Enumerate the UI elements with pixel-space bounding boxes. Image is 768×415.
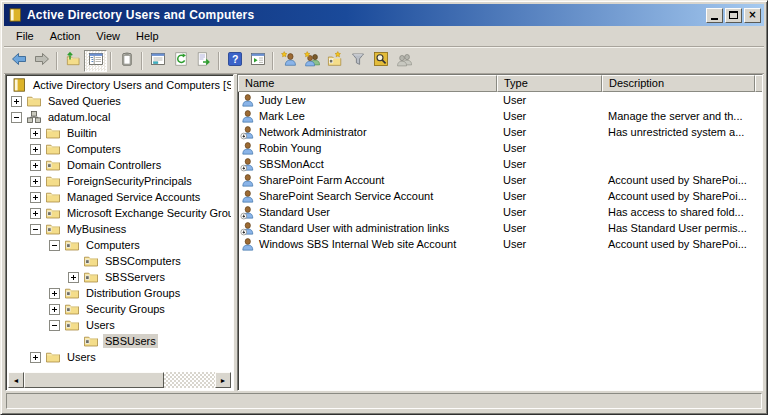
forward-button[interactable] [30, 50, 53, 72]
tree-item-managed-service-accounts[interactable]: Managed Service Accounts [8, 189, 231, 205]
user-row-mark-lee[interactable]: Mark LeeUserManage the server and th... [238, 108, 762, 124]
user-row-standard-user[interactable]: Standard UserUserHas access to shared fo… [238, 204, 762, 220]
tree-item-microsoft-exchange-security-groups[interactable]: Microsoft Exchange Security Groups [8, 205, 231, 221]
tree-item-users[interactable]: Users [8, 317, 231, 333]
user-row-network-administrator[interactable]: Network AdministratorUserHas unrestricte… [238, 124, 762, 140]
tree-item-saved-queries[interactable]: Saved Queries [8, 93, 231, 109]
tree-item-foreignsecurityprincipals[interactable]: ForeignSecurityPrincipals [8, 173, 231, 189]
tree-item-users[interactable]: Users [8, 349, 231, 365]
tree-item-label[interactable]: SBSComputers [103, 254, 183, 268]
tree-item-label[interactable]: Computers [65, 142, 123, 156]
tree-item-distribution-groups[interactable]: Distribution Groups [8, 285, 231, 301]
expand-toggle-icon[interactable] [30, 192, 41, 203]
expand-toggle-icon[interactable] [68, 272, 79, 283]
user-row-judy-lew[interactable]: Judy LewUser [238, 92, 762, 108]
collapse-toggle-icon[interactable] [49, 240, 60, 251]
scrollbar-thumb[interactable] [24, 372, 164, 388]
collapse-toggle-icon[interactable] [49, 320, 60, 331]
expand-toggle-icon[interactable] [30, 176, 41, 187]
expand-toggle-icon[interactable] [30, 128, 41, 139]
add-to-group-button[interactable] [392, 50, 415, 72]
tree-item-active-directory-users-and-computers-sbs[interactable]: Active Directory Users and Computers [SB… [8, 77, 231, 93]
tree-item-sbscomputers[interactable]: SBSComputers [8, 253, 231, 269]
up-one-level-button[interactable] [61, 50, 84, 72]
expand-toggle-icon[interactable] [30, 352, 41, 363]
tree-item-label[interactable]: Users [65, 350, 98, 364]
tree-item-sbsusers[interactable]: SBSUsers [8, 333, 231, 349]
properties-window-button[interactable] [146, 50, 169, 72]
tree-item-label[interactable]: ForeignSecurityPrincipals [65, 174, 194, 188]
tree-item-label[interactable]: Security Groups [84, 302, 167, 316]
user-row-sharepoint-farm-account[interactable]: SharePoint Farm AccountUserAccount used … [238, 172, 762, 188]
action-pane-toggle-button[interactable] [246, 50, 269, 72]
expand-toggle-icon[interactable] [49, 288, 60, 299]
scrollbar-track[interactable] [164, 372, 215, 388]
tree-item-label[interactable]: Active Directory Users and Computers [SB… [31, 78, 231, 92]
tree-item-computers[interactable]: Computers [8, 237, 231, 253]
menu-file[interactable]: File [8, 27, 42, 45]
collapse-toggle-icon[interactable] [11, 112, 22, 123]
tree-item-label[interactable]: Managed Service Accounts [65, 190, 202, 204]
tree-item-label[interactable]: SBSServers [103, 270, 167, 284]
close-button[interactable]: × [744, 8, 761, 23]
user-row-standard-user-with-administration-links[interactable]: Standard User with administration linksU… [238, 220, 762, 236]
clipboard-button[interactable] [115, 50, 138, 72]
refresh-button[interactable] [169, 50, 192, 72]
toolbar-separator [218, 52, 220, 70]
tree-item-mybusiness[interactable]: MyBusiness [8, 221, 231, 237]
scroll-right-arrow-icon[interactable]: ► [215, 372, 231, 388]
maximize-button[interactable] [725, 8, 742, 23]
clipboard-icon [119, 51, 135, 70]
tree-item-builtin[interactable]: Builtin [8, 125, 231, 141]
find-button[interactable] [369, 50, 392, 72]
find-icon [373, 51, 389, 70]
menu-action[interactable]: Action [42, 27, 89, 45]
new-user-button[interactable] [277, 50, 300, 72]
tree-item-label[interactable]: Users [84, 318, 117, 332]
scroll-left-arrow-icon[interactable]: ◄ [8, 372, 24, 388]
expand-toggle-icon[interactable] [30, 160, 41, 171]
user-disabled-icon [240, 157, 255, 172]
column-header-name[interactable]: Name [238, 75, 497, 92]
user-row-sharepoint-search-service-account[interactable]: SharePoint Search Service AccountUserAcc… [238, 188, 762, 204]
tree-item-security-groups[interactable]: Security Groups [8, 301, 231, 317]
expand-toggle-icon[interactable] [30, 144, 41, 155]
new-ou-button[interactable] [323, 50, 346, 72]
tree-item-domain-controllers[interactable]: Domain Controllers [8, 157, 231, 173]
filter-button[interactable] [346, 50, 369, 72]
user-row-windows-sbs-internal-web-site-account[interactable]: Windows SBS Internal Web site AccountUse… [238, 236, 762, 252]
tree-item-label[interactable]: Computers [84, 238, 142, 252]
column-header-type[interactable]: Type [497, 75, 602, 92]
user-icon [240, 109, 255, 124]
minimize-button[interactable] [706, 8, 723, 23]
tree-horizontal-scrollbar[interactable]: ◄ ► [8, 372, 231, 388]
menu-help[interactable]: Help [128, 27, 167, 45]
collapse-toggle-icon[interactable] [30, 224, 41, 235]
tree-item-label[interactable]: Microsoft Exchange Security Groups [65, 206, 231, 220]
svg-text:?: ? [231, 53, 237, 65]
menu-view[interactable]: View [88, 27, 128, 45]
user-name: Mark Lee [259, 110, 305, 122]
console-tree-toggle-button[interactable] [84, 50, 107, 72]
help-button[interactable]: ? [223, 50, 246, 72]
tree-item-label[interactable]: MyBusiness [65, 222, 128, 236]
toolbar-separator [56, 52, 58, 70]
new-group-button[interactable] [300, 50, 323, 72]
expand-toggle-icon[interactable] [49, 304, 60, 315]
column-header-description[interactable]: Description [602, 75, 755, 92]
tree-item-label[interactable]: SBSUsers [103, 334, 158, 348]
user-row-sbsmonacct[interactable]: SBSMonAcctUser [238, 156, 762, 172]
tree-item-label[interactable]: Domain Controllers [65, 158, 163, 172]
user-row-robin-young[interactable]: Robin YoungUser [238, 140, 762, 156]
tree-item-label[interactable]: adatum.local [46, 110, 112, 124]
export-list-button[interactable] [192, 50, 215, 72]
tree-item-computers[interactable]: Computers [8, 141, 231, 157]
expand-toggle-icon[interactable] [11, 96, 22, 107]
tree-item-label[interactable]: Saved Queries [46, 94, 123, 108]
tree-item-sbsservers[interactable]: SBSServers [8, 269, 231, 285]
expand-toggle-icon[interactable] [30, 208, 41, 219]
tree-item-adatum-local[interactable]: adatum.local [8, 109, 231, 125]
tree-item-label[interactable]: Distribution Groups [84, 286, 182, 300]
tree-item-label[interactable]: Builtin [65, 126, 99, 140]
back-button[interactable] [7, 50, 30, 72]
